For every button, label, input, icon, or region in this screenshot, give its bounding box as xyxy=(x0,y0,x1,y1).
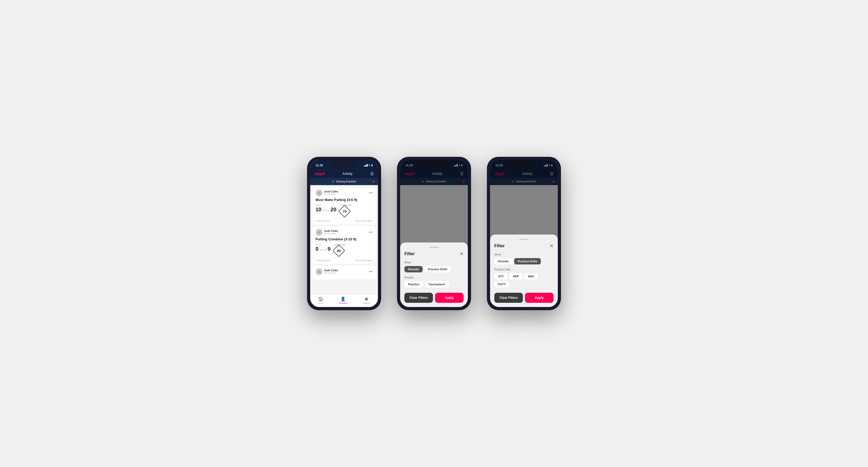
filter-modal-2: Filter ✕ Show Rounds Practice Drills Rou… xyxy=(400,243,468,307)
card-footer-2: ℹ Test Information Data: Clippd Capture xyxy=(315,257,373,261)
modal-title-3: Filter xyxy=(494,244,505,248)
show-pills-3: Rounds Practice Drills xyxy=(494,258,554,264)
user-name-3: Josh Coles xyxy=(324,269,338,272)
clear-filters-button-2[interactable]: Clear Filters xyxy=(404,293,433,303)
user-info-2: JC Josh Coles 28 Feb 2023 xyxy=(315,229,338,236)
viewing-bar[interactable]: ⚙ Viewing Activities xyxy=(310,178,378,185)
show-pills-2: Rounds Practice Drills xyxy=(404,266,464,272)
pill-tournament-2[interactable]: Tournament xyxy=(425,281,449,287)
drills-label-3: Practice Drills xyxy=(494,268,554,271)
shot-quality-2: 45 xyxy=(333,244,345,257)
pill-practice-drills-2[interactable]: Practice Drills xyxy=(424,266,451,272)
show-label-2: Show xyxy=(404,261,464,264)
top-nav: clippd Activity ☰ xyxy=(310,169,378,178)
phone-notch xyxy=(332,160,356,167)
pill-putt-3[interactable]: PUTT xyxy=(494,281,509,287)
shot-quality-1: 75 xyxy=(338,205,351,218)
modal-title-2: Filter xyxy=(404,251,415,256)
filter-modal-3: Filter ✕ Show Rounds Practice Drills Pra… xyxy=(490,235,558,307)
pill-ott-3[interactable]: OTT xyxy=(494,273,507,280)
user-date-1: 28 Feb 2023 xyxy=(324,193,338,195)
user-name-2: Josh Coles xyxy=(324,229,338,232)
filter-modal-container-3: Filter ✕ Show Rounds Practice Drills Pra… xyxy=(490,160,558,307)
nav-activities-label: Activities xyxy=(339,302,347,304)
user-date-3: 28 Feb 2023 xyxy=(324,272,338,274)
phone-1: 11:33 ▾ ▮ clippd Activity ☰ xyxy=(307,157,381,310)
scene: 11:33 ▾ ▮ clippd Activity ☰ xyxy=(291,141,577,326)
modal-header-2: Filter ✕ xyxy=(404,251,464,257)
viewing-bar-dot xyxy=(373,181,375,183)
hamburger-icon[interactable]: ☰ xyxy=(370,172,374,176)
rounds-pills-2: Practice Tournament xyxy=(404,281,464,287)
status-time: 11:33 xyxy=(315,164,323,167)
clear-filters-button-3[interactable]: Clear Filters xyxy=(494,293,523,303)
activity-feed: JC Josh Coles 28 Feb 2023 ••• Must Make … xyxy=(310,185,378,294)
score-label-2: Score xyxy=(315,243,331,246)
modal-footer-3: Clear Filters Apply xyxy=(494,293,554,303)
pill-rounds-2[interactable]: Rounds xyxy=(404,266,423,272)
user-date-2: 28 Feb 2023 xyxy=(324,232,338,235)
drills-pills-3: OTT APP ARG PUTT xyxy=(494,273,554,287)
nav-capture-label: Capture xyxy=(363,302,370,304)
avatar-3: JC xyxy=(315,268,322,275)
nav-item-activities[interactable]: 👤 Activities xyxy=(339,297,347,304)
signal-bars-icon xyxy=(364,164,368,166)
nav-item-capture[interactable]: ⊕ Capture xyxy=(363,297,370,304)
more-dots-3[interactable]: ••• xyxy=(369,270,373,274)
filter-icon: ⚙ xyxy=(332,180,334,183)
modal-header-3: Filter ✕ xyxy=(494,243,554,249)
modal-footer-2: Clear Filters Apply xyxy=(404,293,464,303)
avatar-1: JC xyxy=(315,189,322,196)
pill-rounds-3[interactable]: Rounds xyxy=(494,258,513,264)
phone-3-screen: 11:33 ▾ ▮ clippd Activity ☰ xyxy=(490,160,558,307)
battery-icon: ▮ xyxy=(371,164,373,166)
app-logo: clippd xyxy=(314,172,324,176)
rounds-label-2: Rounds xyxy=(404,276,464,279)
pill-practice-drills-3[interactable]: Practice Drills xyxy=(514,258,541,264)
card-title-1: Must Make Putting (3-6 ft) xyxy=(315,198,373,202)
out-of-2: OUT OF xyxy=(319,249,327,251)
activity-card-3: JC Josh Coles 28 Feb 2023 ••• xyxy=(312,266,376,279)
footer-data-2: Data: Clippd Capture xyxy=(355,259,373,261)
modal-handle-2 xyxy=(429,247,439,248)
out-of-1: OUT OF xyxy=(322,210,329,212)
status-icons: ▾ ▮ xyxy=(364,164,373,166)
score-value-1: 10 xyxy=(315,207,321,212)
capture-icon: ⊕ xyxy=(365,297,368,302)
footer-info-1: ℹ Test Information xyxy=(315,220,330,222)
user-info-1: JC Josh Coles 28 Feb 2023 xyxy=(315,189,338,196)
activity-card-1: JC Josh Coles 28 Feb 2023 ••• Must Make … xyxy=(312,187,376,224)
viewing-bar-text: Viewing Activities xyxy=(336,180,356,183)
apply-button-3[interactable]: Apply xyxy=(525,293,554,303)
bottom-nav: 🏠 Home 👤 Activities ⊕ Capture xyxy=(310,294,378,307)
modal-close-button-3[interactable]: ✕ xyxy=(550,243,554,249)
footer-data-1: Data: Clippd Capture xyxy=(355,220,373,222)
phone-2: 11:33 ▾ ▮ clippd Activity ☰ xyxy=(397,157,471,310)
user-info-3: JC Josh Coles 28 Feb 2023 xyxy=(315,268,338,275)
apply-button-2[interactable]: Apply xyxy=(435,293,464,303)
card-title-2: Putting Combine (3-15 ft) xyxy=(315,237,373,241)
home-icon: 🏠 xyxy=(318,297,323,302)
wifi-icon: ▾ xyxy=(369,164,370,166)
phone-2-screen: 11:33 ▾ ▮ clippd Activity ☰ xyxy=(400,160,468,307)
more-dots-2[interactable]: ••• xyxy=(369,230,373,234)
show-label-3: Show xyxy=(494,253,554,256)
nav-item-home[interactable]: 🏠 Home xyxy=(318,297,323,304)
phone-3: 11:33 ▾ ▮ clippd Activity ☰ xyxy=(487,157,561,310)
score-value-2: 0 xyxy=(315,246,318,251)
nav-home-label: Home xyxy=(318,302,323,304)
pill-practice-round-2[interactable]: Practice xyxy=(404,281,423,287)
card-footer-1: ℹ Test Information Data: Clippd Capture xyxy=(315,218,373,222)
avatar-2: JC xyxy=(315,229,322,236)
modal-close-button-2[interactable]: ✕ xyxy=(460,251,464,257)
filter-modal-container-2: Filter ✕ Show Rounds Practice Drills Rou… xyxy=(400,160,468,307)
phone-1-screen: 11:33 ▾ ▮ clippd Activity ☰ xyxy=(310,160,378,307)
modal-handle-3 xyxy=(519,239,529,240)
card-header-1: JC Josh Coles 28 Feb 2023 ••• xyxy=(315,189,373,196)
nav-title: Activity xyxy=(342,172,352,176)
card-header-3: JC Josh Coles 28 Feb 2023 ••• xyxy=(315,268,373,275)
user-name-1: Josh Coles xyxy=(324,190,338,193)
pill-arg-3[interactable]: ARG xyxy=(524,273,538,280)
more-dots-1[interactable]: ••• xyxy=(369,191,373,195)
pill-app-3[interactable]: APP xyxy=(509,273,523,280)
